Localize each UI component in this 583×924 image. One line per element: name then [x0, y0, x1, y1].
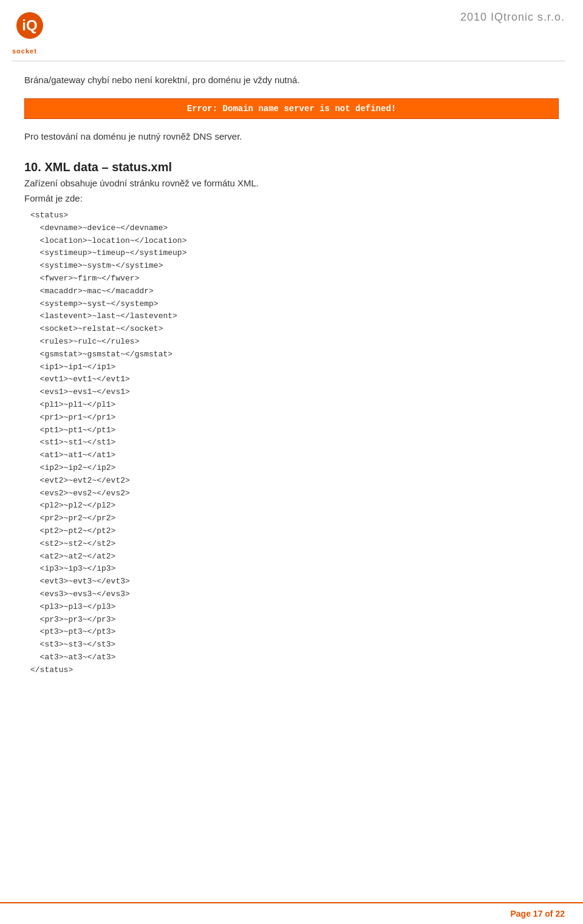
code-line: <pl1>~pl1~</pl1> [30, 399, 559, 412]
code-line: <ip1>~ip1~</ip1> [30, 361, 559, 374]
code-line: </status> [30, 664, 559, 677]
logo-area: iQ socket [12, 11, 47, 55]
code-line: <evt2>~evt2~</evt2> [30, 475, 559, 487]
code-line: <evs1>~evs1~</evs1> [30, 386, 559, 399]
code-line: <fwver>~firm~</fwver> [30, 273, 559, 285]
code-line: <evs3>~evs3~</evs3> [30, 588, 559, 601]
code-line: <status> [30, 209, 559, 222]
code-line: <pt2>~pt2~</pt2> [30, 525, 559, 538]
code-line: <pt1>~pt1~</pt1> [30, 424, 559, 437]
code-line: <lastevent>~last~</lastevent> [30, 310, 559, 323]
section-subheading: Zařízení obsahuje úvodní stránku rovněž … [24, 178, 559, 188]
code-line: <at2>~at2~</at2> [30, 551, 559, 563]
code-line: <at1>~at1~</at1> [30, 449, 559, 462]
code-line: <st1>~st1~</st1> [30, 437, 559, 449]
intro-text: Brána/gateway chybí nebo není korektní, … [24, 73, 559, 87]
header: iQ socket 2010 IQtronic s.r.o. [0, 0, 583, 61]
logo-subtitle: socket [12, 47, 37, 55]
code-block: <status> <devname>~device~</devname> <lo… [30, 209, 559, 676]
code-line: <devname>~device~</devname> [30, 222, 559, 235]
logo-icon: iQ [12, 11, 47, 46]
code-line: <pl3>~pl3~</pl3> [30, 601, 559, 614]
company-name: 2010 IQtronic s.r.o. [460, 11, 565, 24]
code-line: <gsmstat>~gsmstat~</gsmstat> [30, 348, 559, 361]
code-line: <macaddr>~mac~</macaddr> [30, 285, 559, 298]
code-line: <pr3>~pr3~</pr3> [30, 614, 559, 627]
svg-text:iQ: iQ [22, 17, 37, 33]
section-heading: 10. XML data – status.xml [24, 160, 559, 174]
code-line: <pl2>~pl2~</pl2> [30, 500, 559, 512]
code-line: <ip3>~ip3~</ip3> [30, 563, 559, 576]
code-line: <st2>~st2~</st2> [30, 538, 559, 551]
code-line: <evt1>~evt1~</evt1> [30, 373, 559, 386]
error-banner: Error: Domain name server is not defined… [24, 98, 559, 119]
code-line: <rules>~rulc~</rules> [30, 336, 559, 348]
code-line: <at3>~at3~</at3> [30, 651, 559, 664]
dns-text: Pro testování na doménu je nutný rovněž … [24, 130, 559, 144]
page-info: Page 17 of 22 [511, 909, 565, 919]
code-line: <pr2>~pr2~</pr2> [30, 512, 559, 525]
code-line: <socket>~relstat~</socket> [30, 323, 559, 336]
code-line: <systimeup>~timeup~</systimeup> [30, 247, 559, 260]
code-line: <ip2>~ip2~</ip2> [30, 462, 559, 475]
code-line: <evt3>~evt3~</evt3> [30, 576, 559, 588]
code-line: <systime>~systm~</systime> [30, 260, 559, 273]
code-line: <pr1>~pr1~</pr1> [30, 412, 559, 424]
main-content: Brána/gateway chybí nebo není korektní, … [0, 61, 583, 725]
code-line: <systemp>~syst~</systemp> [30, 298, 559, 311]
format-label: Formát je zde: [24, 193, 559, 203]
code-line: <evs2>~evs2~</evs2> [30, 487, 559, 500]
footer: Page 17 of 22 [0, 902, 583, 924]
code-line: <location>~location~</location> [30, 235, 559, 248]
code-line: <pt3>~pt3~</pt3> [30, 626, 559, 639]
code-line: <st3>~st3~</st3> [30, 639, 559, 651]
